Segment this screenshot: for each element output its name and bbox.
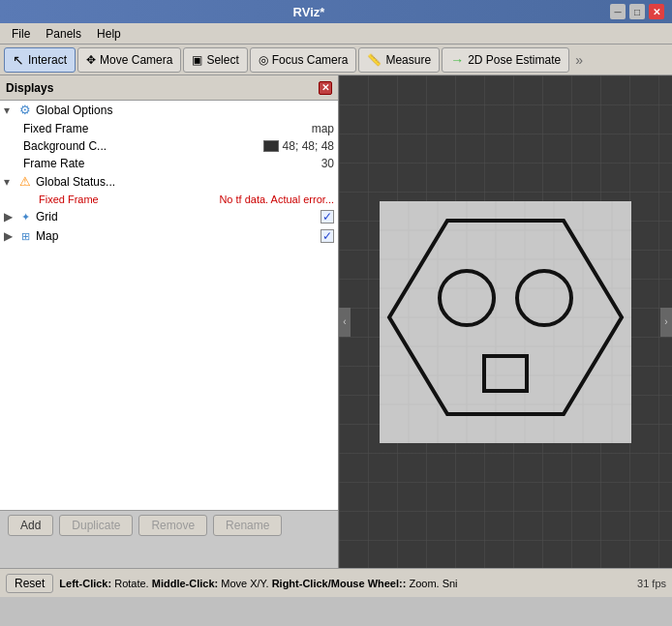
middle-click-label: Middle-Click:: [152, 578, 218, 589]
tree-item-frame-rate[interactable]: Frame Rate 30: [0, 155, 338, 172]
menu-help[interactable]: Help: [89, 25, 129, 43]
tree-item-global-status[interactable]: ▾ ⚠ Global Status...: [0, 172, 338, 192]
interact-label: Interact: [28, 53, 67, 67]
map-label: Map: [36, 229, 321, 243]
tree-item-fixed-frame-status[interactable]: Fixed Frame No tf data. Actual error...: [0, 192, 338, 207]
color-swatch: [263, 140, 279, 152]
remove-button[interactable]: Remove: [138, 515, 207, 536]
map-svg: [370, 192, 641, 453]
frame-rate-value: 30: [321, 157, 334, 170]
measure-icon: 📏: [367, 53, 382, 67]
tree-item-global-options[interactable]: ▾ ⚙ Global Options: [0, 101, 338, 120]
interact-button[interactable]: ↖ Interact: [4, 47, 76, 73]
minimize-button[interactable]: ─: [610, 4, 626, 19]
frame-rate-label: Frame Rate: [23, 157, 314, 170]
displays-close-button[interactable]: ✕: [319, 81, 332, 95]
menu-panels[interactable]: Panels: [38, 25, 89, 43]
add-button[interactable]: Add: [8, 515, 53, 536]
reset-button[interactable]: Reset: [6, 574, 53, 593]
global-options-expand[interactable]: ▾: [4, 104, 17, 117]
viewport[interactable]: ‹ ›: [339, 75, 672, 568]
map-checkbox[interactable]: ✓: [321, 229, 334, 243]
map-expand[interactable]: ▶: [4, 229, 17, 243]
tree-item-background-color[interactable]: Background C... 48; 48; 48: [0, 137, 338, 155]
title-bar: RViz* ─ □ ✕: [0, 0, 672, 23]
move-camera-button[interactable]: ✥ Move Camera: [77, 47, 181, 73]
background-color-label: Background C...: [23, 139, 256, 153]
nav-arrow-right[interactable]: ›: [660, 308, 672, 337]
select-button[interactable]: ▣ Select: [183, 47, 247, 73]
grid-icon: ✦: [17, 209, 33, 224]
fixed-frame-label: Fixed Frame: [23, 122, 304, 135]
toolbar: ↖ Interact ✥ Move Camera ▣ Select ◎ Focu…: [0, 45, 672, 75]
measure-button[interactable]: 📏 Measure: [358, 47, 440, 73]
close-button[interactable]: ✕: [649, 4, 664, 19]
gear-icon: ⚙: [17, 103, 33, 118]
viewport-panel[interactable]: ‹ ›: [339, 75, 672, 568]
select-label: Select: [206, 53, 238, 67]
left-click-label: Left-Click:: [59, 578, 111, 589]
duplicate-button[interactable]: Duplicate: [59, 515, 133, 536]
background-rgb: 48; 48; 48: [283, 139, 334, 153]
global-status-label: Global Status...: [36, 175, 334, 189]
rename-button[interactable]: Rename: [213, 515, 282, 536]
move-camera-label: Move Camera: [100, 53, 172, 67]
window-title: RViz*: [8, 5, 610, 19]
displays-panel: Displays ✕ ▾ ⚙ Global Options Fixed Fram…: [0, 75, 339, 568]
grid-expand[interactable]: ▶: [4, 210, 17, 224]
displays-title: Displays: [6, 81, 53, 95]
grid-checkbox[interactable]: ✓: [321, 210, 334, 224]
pose-label: 2D Pose Estimate: [468, 53, 561, 67]
menu-bar: File Panels Help: [0, 23, 672, 45]
move-camera-icon: ✥: [86, 53, 96, 67]
fixed-frame-status-label: Fixed Frame: [39, 194, 211, 205]
window-controls: ─ □ ✕: [610, 4, 664, 19]
svg-rect-0: [380, 201, 631, 443]
nav-arrow-left[interactable]: ‹: [339, 308, 351, 337]
pose-icon: →: [450, 52, 464, 68]
select-icon: ▣: [192, 53, 202, 67]
map-content: [370, 192, 641, 453]
tree-item-map[interactable]: ▶ ⊞ Map ✓: [0, 226, 338, 246]
menu-file[interactable]: File: [4, 25, 38, 43]
right-click-label: Right-Click/Mouse Wheel::: [272, 578, 407, 589]
displays-header: Displays ✕: [0, 75, 338, 101]
status-text: Left-Click: Rotate. Middle-Click: Move X…: [59, 578, 631, 589]
warning-icon: ⚠: [17, 174, 33, 190]
background-color-value: 48; 48; 48: [263, 139, 334, 153]
status-bar: Reset Left-Click: Rotate. Middle-Click: …: [0, 568, 672, 597]
focus-camera-button[interactable]: ◎ Focus Camera: [250, 47, 357, 73]
toolbar-more[interactable]: »: [571, 49, 587, 71]
measure-label: Measure: [385, 53, 431, 67]
pose-estimate-button[interactable]: → 2D Pose Estimate: [442, 47, 569, 73]
interact-icon: ↖: [13, 52, 24, 68]
tree-item-grid[interactable]: ▶ ✦ Grid ✓: [0, 207, 338, 226]
displays-buttons: Add Duplicate Remove Rename: [0, 511, 338, 540]
fixed-frame-value: map: [312, 122, 334, 135]
main-area: Displays ✕ ▾ ⚙ Global Options Fixed Fram…: [0, 75, 672, 568]
grid-label: Grid: [36, 210, 321, 224]
focus-camera-label: Focus Camera: [272, 53, 349, 67]
tree-item-fixed-frame[interactable]: Fixed Frame map: [0, 120, 338, 137]
fixed-frame-status-error: No tf data. Actual error...: [219, 194, 334, 205]
global-options-label: Global Options: [36, 104, 334, 117]
displays-bottom: Add Duplicate Remove Rename: [0, 510, 338, 568]
fps-counter: 31 fps: [637, 578, 666, 589]
displays-tree: ▾ ⚙ Global Options Fixed Frame map Backg…: [0, 101, 338, 510]
map-icon: ⊞: [17, 228, 33, 244]
maximize-button[interactable]: □: [629, 4, 645, 19]
global-status-expand[interactable]: ▾: [4, 175, 17, 189]
focus-camera-icon: ◎: [259, 53, 268, 67]
